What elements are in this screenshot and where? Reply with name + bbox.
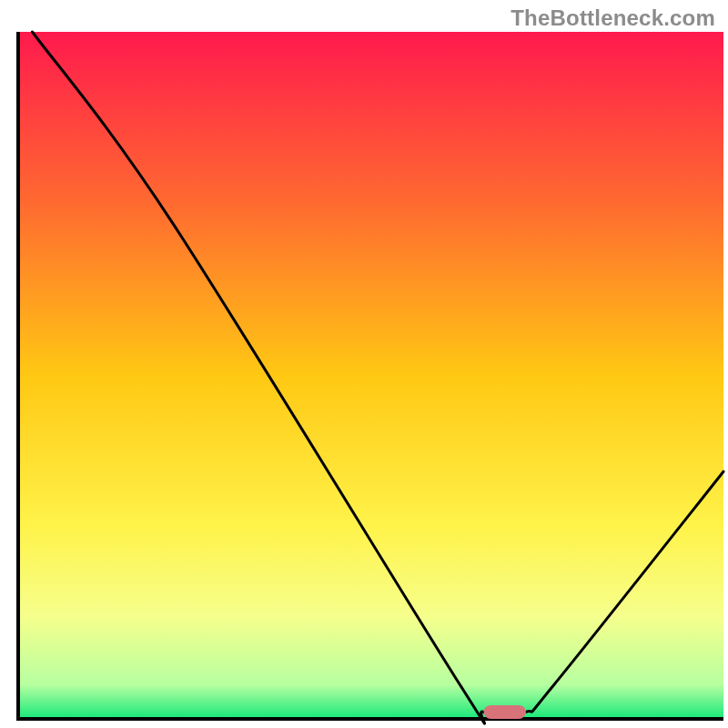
sweet-spot-marker [484,705,527,719]
chart-container: TheBottleneck.com [0,0,728,728]
bottleneck-chart [0,0,728,728]
chart-background [18,32,723,719]
watermark-text: TheBottleneck.com [511,5,715,31]
